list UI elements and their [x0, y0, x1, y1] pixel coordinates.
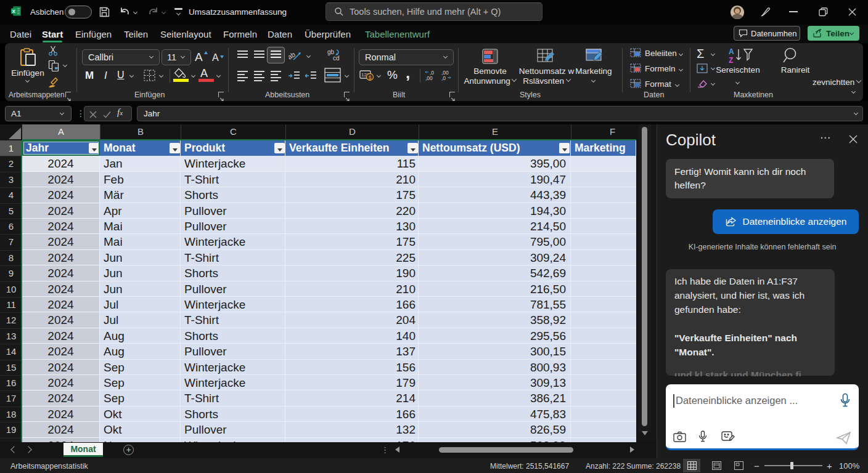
- svg-text:X: X: [12, 9, 16, 14]
- svg-text:,0: ,0: [441, 75, 446, 81]
- svg-text:ab: ab: [289, 51, 297, 61]
- svg-text:Z: Z: [729, 56, 733, 64]
- svg-text:A: A: [729, 47, 734, 56]
- svg-text:$: $: [369, 75, 372, 81]
- svg-text:cd: cd: [333, 55, 340, 62]
- svg-text:,00: ,00: [425, 75, 433, 81]
